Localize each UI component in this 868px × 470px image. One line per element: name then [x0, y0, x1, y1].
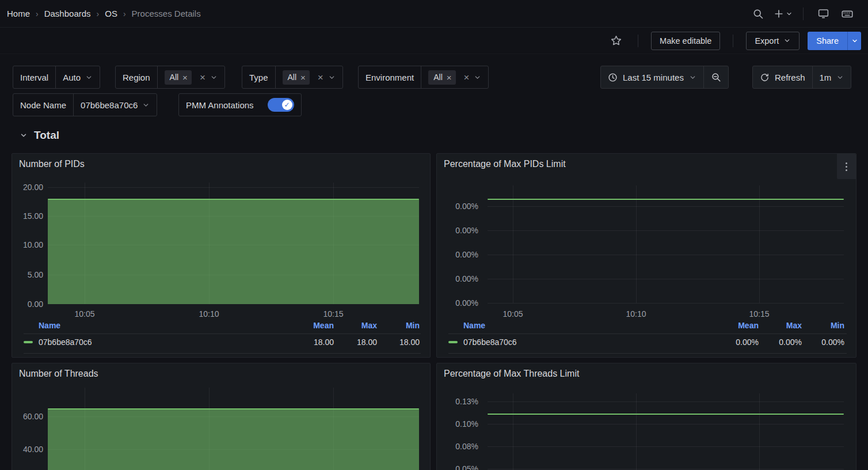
make-editable-button[interactable]: Make editable [651, 32, 720, 50]
breadcrumb-home[interactable]: Home [7, 9, 30, 18]
type-select[interactable]: All × × [276, 70, 342, 85]
environment-variable: Environment All × × [358, 66, 489, 89]
divider [733, 35, 733, 47]
time-range-controls: Last 15 minutes [600, 66, 729, 89]
gridline [488, 424, 844, 424]
y-axis-tick: 20.00 [12, 183, 43, 192]
keyboard-shortcuts-icon[interactable] [838, 5, 856, 23]
pmm-annotations-label: PMM Annotations [179, 94, 261, 116]
panel-pct-max-threads-limit: Percentage of Max Threads Limit 0.13% 0.… [436, 363, 856, 470]
chevron-down-icon[interactable] [474, 74, 481, 81]
row-total-collapse[interactable]: Total [20, 129, 59, 142]
chevron-down-icon [85, 74, 93, 81]
legend-col-min[interactable]: Min [831, 321, 844, 330]
clear-selection-icon[interactable]: × [200, 73, 205, 82]
region-select[interactable]: All × × [158, 70, 224, 85]
breadcrumb-dashboards[interactable]: Dashboards [44, 9, 91, 18]
series-line [488, 414, 844, 415]
environment-chip-all[interactable]: All × [428, 70, 455, 85]
clear-selection-icon[interactable]: × [318, 73, 323, 82]
gridline [513, 393, 513, 470]
region-chip-all[interactable]: All × [165, 70, 192, 85]
legend-max-value: 0.00% [779, 338, 802, 347]
chevron-down-icon [786, 10, 793, 17]
region-variable: Region All × × [115, 66, 225, 89]
refresh-button[interactable]: Refresh [753, 66, 812, 88]
legend-col-max[interactable]: Max [361, 321, 377, 330]
refresh-interval-select[interactable]: 1m [812, 66, 851, 88]
type-chip-all[interactable]: All × [283, 70, 310, 85]
environment-chip-label: All [433, 73, 443, 82]
dashboard-screen: Home › Dashboards › OS › Processes Detai… [0, 0, 868, 470]
interval-value: Auto [63, 73, 81, 82]
chevron-down-icon [836, 74, 844, 81]
legend-col-name[interactable]: Name [463, 321, 485, 330]
type-chip-label: All [288, 73, 297, 82]
star-icon[interactable] [607, 32, 625, 50]
chevron-down-icon[interactable] [210, 74, 218, 81]
interval-select[interactable]: Auto [56, 73, 100, 82]
legend-col-min[interactable]: Min [406, 321, 420, 330]
y-axis-tick: 0.10% [437, 419, 478, 429]
y-axis-tick: 0.00% [437, 274, 478, 283]
panel-title[interactable]: Number of Threads [19, 369, 98, 379]
legend-series-name[interactable]: 07b6be8a70c6 [463, 338, 517, 347]
y-axis-tick: 60.00 [12, 412, 43, 421]
chip-remove-icon[interactable]: × [447, 73, 452, 82]
series-line [48, 408, 419, 410]
y-axis-tick: 5.00 [12, 270, 43, 279]
zoom-out-time-range-button[interactable] [703, 66, 728, 88]
series-area-fill [48, 409, 419, 470]
y-axis-tick: 0.05% [437, 464, 478, 470]
time-range-picker[interactable]: Last 15 minutes [601, 66, 703, 88]
legend-series-name[interactable]: 07b6be8a70c6 [39, 338, 92, 347]
toggle-check-icon: ✓ [282, 100, 292, 110]
breadcrumb: Home › Dashboards › OS › Processes Detai… [7, 9, 201, 18]
series-area-fill [48, 199, 419, 304]
interval-label: Interval [13, 66, 56, 88]
gridline [488, 469, 844, 469]
y-axis-tick: 0.00% [437, 226, 478, 235]
share-button[interactable]: Share [808, 32, 847, 50]
panel-title[interactable]: Number of PIDs [19, 159, 85, 169]
panel-title[interactable]: Percentage of Max Threads Limit [444, 369, 579, 379]
nav-icon-cluster [749, 5, 856, 23]
environment-select[interactable]: All × × [421, 70, 488, 85]
export-button[interactable]: Export [746, 32, 800, 50]
legend-separator [24, 333, 421, 334]
gridline [636, 393, 637, 470]
chip-remove-icon[interactable]: × [182, 73, 188, 82]
chevron-down-icon[interactable] [328, 74, 336, 81]
y-axis-tick: 0.00% [437, 250, 478, 259]
x-axis-tick: 10:05 [67, 309, 102, 319]
gridline [48, 187, 419, 188]
breadcrumb-separator: › [36, 9, 39, 18]
chevron-down-icon [689, 74, 696, 81]
pmm-annotations-toggle[interactable]: ✓ [268, 98, 294, 112]
panel-menu-button[interactable] [837, 154, 856, 179]
node-name-select[interactable]: 07b6be8a70c6 [74, 100, 157, 110]
type-label: Type [242, 66, 276, 88]
kiosk-mode-icon[interactable] [814, 5, 832, 23]
search-icon[interactable] [749, 5, 767, 23]
panel-title[interactable]: Percentage of Max PIDs Limit [444, 159, 566, 169]
divider [638, 35, 638, 47]
panel-pct-max-pids-limit: Percentage of Max PIDs Limit 0.00% 0.00%… [436, 153, 856, 358]
legend-col-max[interactable]: Max [786, 321, 802, 330]
x-axis-tick: 10:05 [496, 309, 530, 319]
chip-remove-icon[interactable]: × [300, 73, 306, 82]
series-color-dash [448, 341, 458, 343]
share-menu-caret[interactable] [847, 32, 861, 50]
legend-col-mean[interactable]: Mean [313, 321, 334, 330]
y-axis-tick: 0.00 [12, 300, 43, 309]
breadcrumb-os[interactable]: OS [105, 9, 117, 18]
legend-max-value: 18.00 [357, 338, 377, 347]
gridline [759, 185, 760, 303]
legend-col-mean[interactable]: Mean [738, 321, 759, 330]
refresh-icon [760, 73, 770, 82]
gridline [488, 206, 844, 207]
legend-col-name[interactable]: Name [39, 321, 60, 330]
clear-selection-icon[interactable]: × [464, 73, 470, 82]
legend-separator [448, 333, 847, 334]
new-dashboard-button[interactable] [773, 8, 793, 20]
